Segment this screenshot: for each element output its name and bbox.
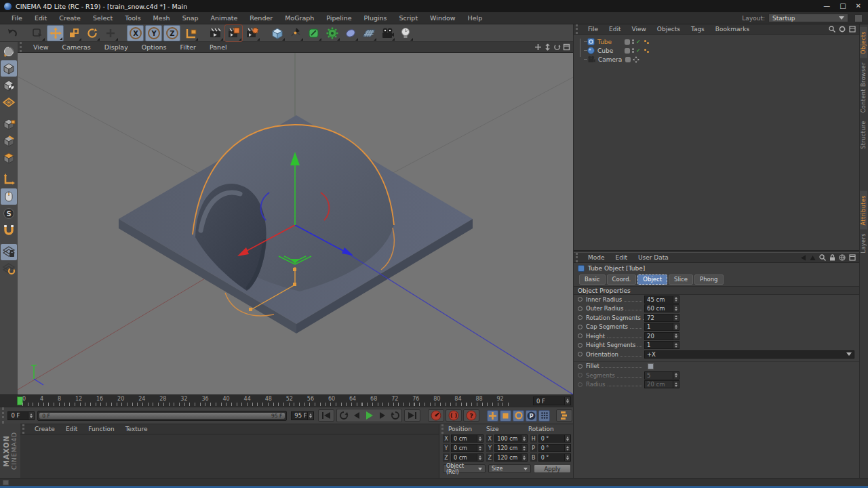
generators-button[interactable] [305,25,322,41]
polygons-mode-button[interactable] [1,150,17,166]
menu-edit[interactable]: Edit [28,13,53,23]
stepper-icon[interactable] [521,435,527,442]
anim-dot-icon[interactable] [578,315,583,320]
panel-grip[interactable] [2,407,5,424]
size-y-input[interactable]: 120 cm [494,444,527,452]
stepper-icon[interactable] [307,412,313,420]
minimize-button[interactable]: — [823,3,830,9]
spline-pen-button[interactable] [287,25,304,41]
object-row-camera[interactable]: Camera [578,55,860,64]
stepper-icon[interactable] [673,305,679,312]
close-button[interactable]: ✕ [856,3,861,9]
anim-dot-icon[interactable] [578,333,583,338]
menu-render[interactable]: Render [243,13,279,23]
anim-dot-icon[interactable] [578,297,583,302]
fillet-checkbox[interactable] [648,363,654,369]
stepper-icon[interactable] [521,445,527,451]
stepper-icon[interactable] [673,323,679,330]
edges-mode-button[interactable] [1,133,17,149]
anim-dot-icon[interactable] [578,306,583,311]
key-position-toggle[interactable] [487,410,498,422]
texture-mode-button[interactable] [1,77,17,94]
panel-grip[interactable] [22,424,27,434]
viewport-solo-button[interactable] [1,188,17,205]
generator-tag-icon[interactable] [644,40,649,44]
visibility-dots-icon[interactable] [632,39,634,44]
tab-coord[interactable]: Coord. [607,274,637,285]
rotation-p-input[interactable]: 0 ° [538,444,571,452]
points-mode-button[interactable] [1,116,17,132]
size-x-input[interactable]: 100 cm [494,434,527,443]
visibility-dots-icon[interactable] [632,48,634,53]
key-rotation-toggle[interactable] [513,410,524,422]
om-menu-file[interactable]: File [583,25,604,33]
menu-window[interactable]: Window [424,13,461,23]
scale-tool[interactable] [65,25,82,41]
mat-menu-function[interactable]: Function [83,425,119,433]
workplane-orientation-button[interactable] [1,261,17,277]
position-z-input[interactable]: 0 cm [451,453,484,462]
dock-tab-content-browser[interactable]: Content Browser [860,58,867,117]
panel-window-icon[interactable] [849,26,856,33]
keyframe-bar-options-button[interactable] [556,409,572,422]
menu-script[interactable]: Script [393,13,425,23]
camera-button[interactable] [378,25,395,41]
tab-phong[interactable]: Phong [694,274,724,285]
dock-tab-attributes[interactable]: Attributes [860,191,867,230]
viewport-canvas[interactable] [18,53,573,394]
viewport-zoom-icon[interactable] [544,43,551,51]
object-row-tube[interactable]: Tube ✓ [578,37,860,46]
stepper-icon[interactable] [28,412,34,420]
modifiers-button[interactable] [323,25,340,41]
viewport-toggle-icon[interactable] [563,43,570,51]
vp-menu-panel[interactable]: Panel [203,43,234,52]
om-menu-tags[interactable]: Tags [686,25,710,33]
play-backwards-button[interactable] [337,409,350,422]
environment-floor-button[interactable] [360,25,377,41]
apply-button[interactable]: Apply [534,464,571,473]
layer-toggle-icon[interactable] [625,39,630,45]
anim-dot-icon[interactable] [578,364,583,369]
range-end-input[interactable]: 95 F [291,411,314,420]
stepper-icon[interactable] [564,445,570,451]
record-keyframe-button[interactable] [428,409,444,422]
position-y-input[interactable]: 0 cm [451,444,484,452]
move-tool[interactable] [47,25,64,41]
lock-y-axis-button[interactable]: Y [145,25,162,41]
menu-help[interactable]: Help [462,13,489,23]
model-mode-button[interactable] [1,60,17,77]
light-button[interactable] [397,25,414,41]
coords-size-dropdown[interactable]: Size [488,464,531,473]
vp-menu-cameras[interactable]: Cameras [56,43,98,52]
next-frame-button[interactable] [376,409,389,422]
inner-radius-input[interactable]: 45 cm [644,296,679,304]
anim-dot-icon[interactable] [578,343,583,348]
stepper-icon[interactable] [521,454,527,461]
rotation-segments-input[interactable]: 72 [644,314,679,322]
stepper-icon[interactable] [673,333,679,340]
size-z-input[interactable]: 120 cm [494,453,527,462]
play-forwards-button[interactable] [363,409,376,422]
menu-mograph[interactable]: MoGraph [279,13,320,23]
panel-grip[interactable] [576,253,580,262]
key-parameter-toggle[interactable]: P [526,410,537,422]
stepper-icon[interactable] [673,314,679,321]
make-editable-button[interactable] [1,43,17,60]
panel-grip[interactable] [576,24,580,34]
menu-create[interactable]: Create [53,13,87,23]
search-icon[interactable] [829,26,835,33]
stepper-icon[interactable] [477,445,483,451]
om-menu-edit[interactable]: Edit [604,25,626,33]
range-start-input[interactable]: 0 F [7,411,35,420]
panel-window-icon[interactable] [849,254,856,261]
key-scale-toggle[interactable] [500,410,511,422]
vp-menu-options[interactable]: Options [135,43,174,52]
live-selection-tool[interactable] [28,25,45,41]
panel-grip[interactable] [441,424,446,434]
generator-tag-icon[interactable] [644,49,649,53]
am-menu-edit[interactable]: Edit [610,253,633,262]
timeline-range-slider[interactable]: 0 F 95 F [37,411,287,421]
vp-menu-display[interactable]: Display [98,43,135,52]
rotate-tool[interactable] [83,25,100,41]
menu-select[interactable]: Select [87,13,119,23]
